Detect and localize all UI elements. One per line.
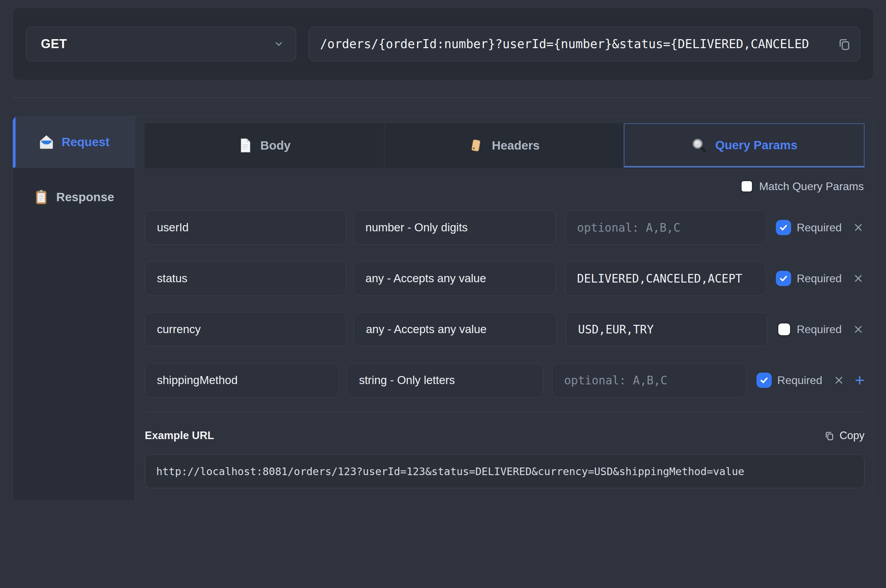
param-type-select[interactable]: any - Accepts any value [353, 261, 556, 296]
sidebar-item-label: Request [62, 135, 110, 149]
tab-body[interactable]: Body [145, 123, 384, 168]
param-row: userId number - Only digits optional: A,… [145, 210, 865, 245]
param-name-input[interactable]: shippingMethod [145, 363, 339, 398]
param-row: shippingMethod string - Only letters opt… [145, 363, 865, 398]
example-divider [145, 411, 865, 412]
param-name-input[interactable]: status [145, 261, 346, 296]
param-row: status any - Accepts any value DELIVERED… [145, 261, 865, 296]
required-checkbox[interactable] [757, 373, 772, 388]
url-value: /orders/{orderId:number}?userId={number}… [320, 37, 830, 51]
add-param-button[interactable]: + [855, 373, 865, 388]
param-value-input[interactable]: optional: A,B,C [552, 363, 747, 398]
method-select[interactable]: GET [26, 27, 296, 61]
param-value-input[interactable]: USD,EUR,TRY [566, 312, 767, 346]
sidebar-item-response[interactable]: Response [13, 168, 135, 226]
required-checkbox[interactable] [776, 220, 791, 235]
sidebar-item-label: Response [56, 190, 114, 204]
envelope-icon [38, 134, 55, 150]
param-type-select[interactable]: number - Only digits [353, 210, 556, 245]
example-header: Example URL Copy [145, 429, 865, 442]
param-value-input[interactable]: DELIVERED,CANCELED,ACEPT [565, 261, 766, 296]
magnifying-glass-icon [691, 137, 707, 153]
param-name-input[interactable]: userId [145, 210, 346, 245]
method-label: GET [41, 37, 67, 51]
remove-param-icon[interactable] [852, 221, 865, 234]
required-label: Required [797, 323, 842, 336]
match-query-params-checkbox[interactable] [740, 180, 753, 192]
required-group: Required + [776, 220, 865, 235]
copy-icon[interactable] [837, 37, 851, 51]
required-checkbox[interactable] [777, 322, 791, 336]
example-url-value: http://localhost:8081/orders/123?userId=… [156, 465, 744, 477]
tab-label: Headers [492, 138, 540, 152]
request-editor-panel: Request Response [12, 116, 874, 501]
tag-icon [468, 138, 484, 153]
required-label: Required [777, 374, 822, 387]
request-url-bar: GET /orders/{orderId:number}?userId={num… [12, 8, 874, 80]
required-checkbox[interactable] [776, 271, 791, 286]
copy-label: Copy [839, 429, 865, 442]
param-type-select[interactable]: string - Only letters [347, 363, 543, 398]
required-group: Required + [757, 373, 865, 388]
required-group: Required + [776, 271, 865, 286]
remove-param-icon[interactable] [833, 374, 845, 387]
copy-icon [824, 430, 835, 441]
required-group: Required + [777, 322, 865, 336]
tab-query-params[interactable]: Query Params [624, 123, 865, 168]
top-divider [12, 97, 874, 98]
param-name-input[interactable]: currency [145, 312, 346, 346]
param-type-select[interactable]: any - Accepts any value [354, 312, 557, 346]
request-main-area: Body Headers [135, 116, 873, 501]
required-label: Required [797, 272, 842, 285]
match-query-params-row: Match Query Params [145, 178, 864, 194]
copy-url-button[interactable]: Copy [824, 429, 865, 442]
chevron-down-icon [273, 39, 284, 49]
example-url-box[interactable]: http://localhost:8081/orders/123?userId=… [145, 454, 865, 488]
clipboard-icon [33, 189, 49, 205]
required-label: Required [797, 221, 842, 234]
param-row: currency any - Accepts any value USD,EUR… [145, 312, 865, 346]
sidebar-item-request[interactable]: Request [13, 116, 135, 168]
sidebar: Request Response [13, 116, 135, 501]
remove-param-icon[interactable] [852, 272, 865, 285]
document-icon [238, 138, 252, 153]
url-input[interactable]: /orders/{orderId:number}?userId={number}… [309, 27, 860, 61]
example-url-title: Example URL [145, 429, 214, 442]
match-query-params-label: Match Query Params [759, 180, 864, 193]
tab-label: Body [260, 138, 291, 152]
tab-headers[interactable]: Headers [384, 123, 624, 168]
param-rows: userId number - Only digits optional: A,… [145, 210, 865, 398]
param-value-input[interactable]: optional: A,B,C [565, 210, 766, 245]
tab-bar: Body Headers [145, 123, 865, 168]
tab-label: Query Params [715, 138, 797, 152]
remove-param-icon[interactable] [852, 323, 865, 336]
